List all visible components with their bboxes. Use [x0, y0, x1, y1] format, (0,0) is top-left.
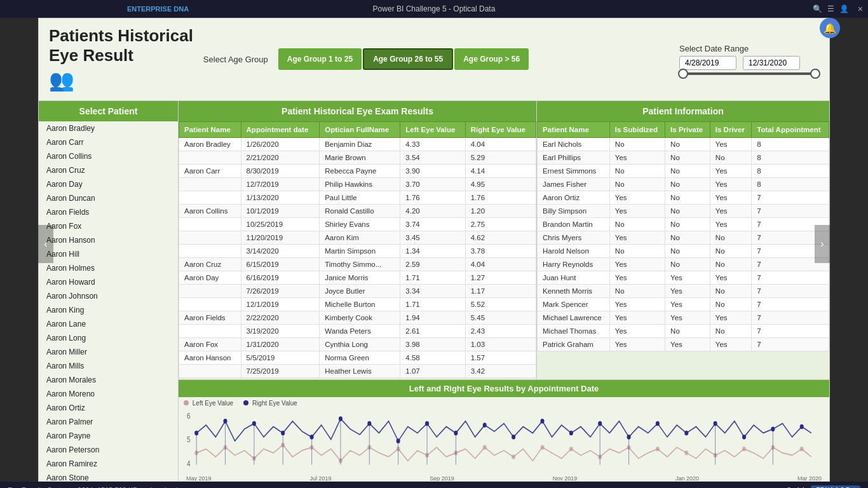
table-row[interactable]: Earl PhillipsYesNoNo8: [538, 151, 829, 164]
sidebar-item[interactable]: Aaron Howard: [39, 275, 178, 289]
sidebar-item[interactable]: Aaron Payne: [39, 429, 178, 443]
notification-bell[interactable]: 🔔: [820, 18, 840, 38]
user-icon[interactable]: 👤: [839, 4, 849, 13]
table-cell: Yes: [609, 311, 665, 324]
slider-thumb-right[interactable]: [810, 69, 820, 79]
table-row[interactable]: Michael LawrenceYesYesYes7: [538, 311, 829, 324]
table-cell: 3.98: [400, 337, 465, 351]
age-btn-1-25[interactable]: Age Group 1 to 25: [278, 48, 362, 70]
table-row[interactable]: Aaron Cruz6/15/2019Timothy Simmo...2.594…: [179, 257, 536, 271]
sidebar-item[interactable]: Aaron Holmes: [39, 261, 178, 275]
table-row[interactable]: Earl NicholsNoNoYes8: [538, 137, 829, 151]
sidebar-item[interactable]: Aaron Peterson: [39, 443, 178, 457]
left-eye-legend-dot: [184, 400, 189, 405]
table-cell: Yes: [609, 271, 665, 284]
table-row[interactable]: 11/20/2019Aaron Kim3.454.62: [179, 231, 536, 244]
table-row[interactable]: Aaron Hanson5/5/2019Norma Green4.581.57: [179, 351, 536, 364]
date-start-input[interactable]: [679, 56, 736, 70]
sidebar-item[interactable]: Aaron Miller: [39, 345, 178, 359]
search-icon[interactable]: 🔍: [813, 4, 822, 13]
table-cell: No: [665, 204, 710, 217]
age-btn-26-55[interactable]: Age Group 26 to 55: [363, 48, 453, 70]
sidebar-item[interactable]: Aaron Morales: [39, 373, 178, 387]
age-btn-56-plus[interactable]: Age Group > 56: [454, 48, 529, 70]
table-row[interactable]: 7/26/2019Joyce Butler3.341.17: [179, 284, 536, 297]
sidebar-item[interactable]: Aaron Fields: [39, 205, 178, 219]
table-row[interactable]: 2/21/2020Marie Brown3.545.29: [179, 151, 536, 164]
table-row[interactable]: Billy SimpsonYesNoYes7: [538, 204, 829, 217]
sidebar-item[interactable]: Aaron Cruz: [39, 163, 178, 177]
sidebar-item[interactable]: Aaron Duncan: [39, 191, 178, 205]
table-cell: Kenneth Morris: [538, 284, 610, 297]
exam-results-table-container[interactable]: Patient NameAppointment dateOptician Ful…: [179, 121, 536, 379]
table-row[interactable]: Harold NelsonNoNoNo7: [538, 244, 829, 257]
patient-list: Aaron BradleyAaron CarrAaron CollinsAaro…: [39, 121, 178, 481]
sidebar-item[interactable]: Aaron Long: [39, 331, 178, 345]
table-row[interactable]: Chris MyersYesNoNo7: [538, 231, 829, 244]
table-row[interactable]: 1/13/2020Paul Little1.761.76: [179, 191, 536, 204]
sidebar-item[interactable]: Aaron Day: [39, 177, 178, 191]
table-cell: 5.45: [465, 311, 536, 324]
sidebar-item[interactable]: Aaron Mills: [39, 359, 178, 373]
table-cell: 5.29: [465, 151, 536, 164]
sidebar: Select Patient Aaron BradleyAaron CarrAa…: [39, 101, 179, 481]
table-cell: Yes: [710, 204, 751, 217]
sidebar-item[interactable]: Aaron Stone: [39, 471, 178, 481]
table-row[interactable]: Harry ReynoldsYesNoNo7: [538, 257, 829, 271]
table-cell: No: [609, 137, 665, 151]
table-row[interactable]: 3/19/2020Wanda Peters2.612.43: [179, 324, 536, 337]
table-row[interactable]: Aaron Bradley1/26/2020Benjamin Diaz4.334…: [179, 137, 536, 151]
chart-svg: 6 5 4: [184, 409, 824, 473]
sidebar-item[interactable]: Aaron Hill: [39, 247, 178, 261]
table-row[interactable]: 7/25/2019Heather Lewis1.073.42: [179, 364, 536, 377]
table-row[interactable]: James FisherNoNoYes8: [538, 177, 829, 191]
table-row[interactable]: 12/7/2019Philip Hawkins3.704.95: [179, 177, 536, 191]
table-row[interactable]: Aaron Fox1/31/2020Cynthia Long3.981.03: [179, 337, 536, 351]
table-row[interactable]: Patrick GrahamYesYesYes7: [538, 337, 829, 351]
table-row[interactable]: 10/25/2019Shirley Evans3.742.75: [179, 217, 536, 231]
sidebar-item[interactable]: Aaron Bradley: [39, 121, 178, 135]
table-cell: Harry Reynolds: [538, 257, 610, 271]
table-row[interactable]: Juan HuntYesYesYes7: [538, 271, 829, 284]
table-row[interactable]: Ernest SimmonsNoNoYes8: [538, 164, 829, 177]
table-cell: Aaron Fox: [179, 337, 241, 351]
sidebar-item[interactable]: Aaron King: [39, 303, 178, 317]
sidebar-item[interactable]: Aaron Collins: [39, 149, 178, 163]
sidebar-item[interactable]: Aaron Ramirez: [39, 457, 178, 471]
table-cell: No: [665, 191, 710, 204]
slider-thumb-left[interactable]: [678, 69, 688, 79]
table-cell: 10/1/2019: [241, 204, 320, 217]
nav-arrow-left[interactable]: ‹: [38, 225, 53, 263]
date-end-input[interactable]: [743, 56, 800, 70]
patient-info-table-container[interactable]: Patient NameIs SubidizedIs PrivateIs Dri…: [537, 121, 829, 379]
table-row[interactable]: Aaron Carr8/30/2019Rebecca Payne3.904.14: [179, 164, 536, 177]
table-row[interactable]: 12/1/2019Michelle Burton1.715.52: [179, 297, 536, 311]
sidebar-item[interactable]: Aaron Moreno: [39, 387, 178, 401]
sidebar-item[interactable]: Aaron Palmer: [39, 415, 178, 429]
table-row[interactable]: Aaron OrtizYesNoYes7: [538, 191, 829, 204]
x-label-4: Jan 2020: [675, 475, 699, 481]
sidebar-item[interactable]: Aaron Carr: [39, 135, 178, 149]
sidebar-item[interactable]: Aaron Lane: [39, 317, 178, 331]
nav-arrow-right[interactable]: ›: [815, 225, 830, 263]
date-slider[interactable]: [679, 72, 819, 75]
x-label-2: Sep 2019: [430, 475, 454, 481]
menu-icon[interactable]: ☰: [827, 4, 834, 13]
table-row[interactable]: Mark SpencerYesYesNo7: [538, 297, 829, 311]
table-row[interactable]: Brandon MartinNoNoYes7: [538, 217, 829, 231]
close-button[interactable]: ×: [858, 4, 863, 14]
table-row[interactable]: Aaron Fields2/22/2020Kimberly Cook1.945.…: [179, 311, 536, 324]
sidebar-item[interactable]: Aaron Hanson: [39, 233, 178, 247]
table-row[interactable]: Kenneth MorrisNoYesNo7: [538, 284, 829, 297]
sidebar-item[interactable]: Aaron Johnson: [39, 289, 178, 303]
table-row[interactable]: Michael ThomasYesNoNo7: [538, 324, 829, 337]
table-row[interactable]: Aaron Collins10/1/2019Ronald Castillo4.2…: [179, 204, 536, 217]
sidebar-item[interactable]: Aaron Fox: [39, 219, 178, 233]
table-row[interactable]: Aaron Day6/16/2019Janice Morris1.711.27: [179, 271, 536, 284]
table-cell: No: [609, 217, 665, 231]
table-row[interactable]: 3/14/2020Martin Simpson1.343.78: [179, 244, 536, 257]
table-cell: No: [710, 151, 751, 164]
table-cell: 1.57: [465, 351, 536, 364]
table-cell: Martin Simpson: [320, 244, 400, 257]
sidebar-item[interactable]: Aaron Ortiz: [39, 401, 178, 415]
